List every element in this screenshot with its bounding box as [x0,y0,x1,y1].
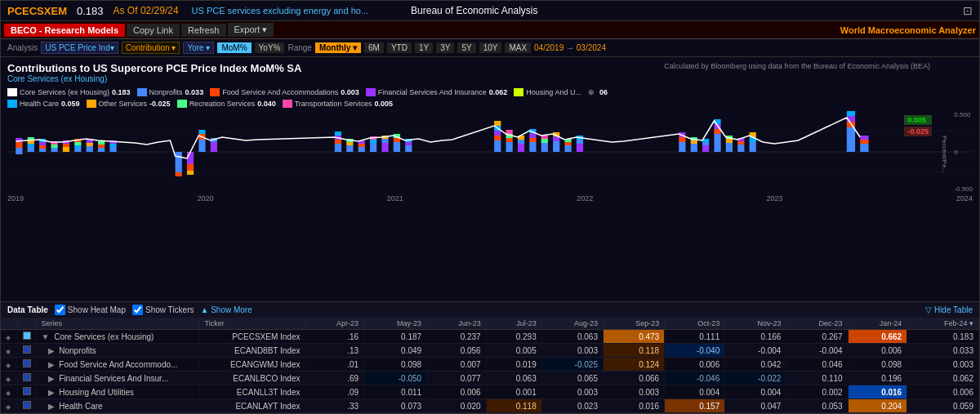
svg-rect-117 [847,127,855,152]
col-aug23: Aug-23 [541,318,603,330]
svg-rect-49 [346,145,353,152]
chart-attribution: Calculated by Bloomberg using data from … [664,62,930,70]
show-tickers-label[interactable]: Show Tickers [132,305,194,315]
show-heat-map-checkbox[interactable] [55,305,65,315]
main-container: PCECSXEM 0.183 As Of 02/29/24 US PCE ser… [0,0,980,414]
row-val-jan: 0.196 [848,372,907,385]
svg-rect-52 [359,147,365,152]
svg-rect-19 [63,147,69,152]
row-val-jan: 0.204 [848,399,907,413]
row-val-jul: 0.063 [486,372,541,385]
svg-rect-98 [691,144,697,152]
yore-dropdown[interactable]: Yore ▾ [183,42,214,54]
table-row: ◈ ▶ Housing And Utilities ECANLL3T Index… [1,385,979,399]
svg-rect-8 [28,147,34,152]
row-check[interactable] [17,330,36,344]
row-check[interactable] [17,344,36,358]
show-more-button[interactable]: ▲ Show More [200,305,252,314]
row-val-aug: 0.003 [541,385,603,399]
svg-rect-84 [541,139,548,143]
row-val-sep: 0.003 [603,385,664,399]
row-val-jan: 0.662 [848,330,907,344]
beco-button[interactable]: BECO - Research Models [4,24,125,37]
chart-svg [7,111,973,193]
row-val-jan: 0.016 [848,385,907,399]
svg-rect-59 [381,139,388,143]
col-ticker: Ticker [199,318,305,330]
hide-table-button[interactable]: ▽ Hide Table [925,305,973,314]
svg-rect-39 [187,171,194,175]
col-dec23: Dec-23 [786,318,848,330]
3y-button[interactable]: 3Y [436,42,454,53]
row-series-name: ▶ Food Service And Accommodo... [36,358,199,372]
legend-swatch-nonprofits [137,88,147,96]
ticker-value: 0.183 [77,5,104,17]
row-val-nov: 0.047 [725,399,786,413]
row-check[interactable] [17,399,36,413]
row-series-name: ▶ Housing And Utilities [36,385,199,399]
legend-swatch-food [210,88,220,96]
data-table: Series Ticker Apr-23 May-23 Jun-23 Jul-2… [1,318,979,413]
max-button[interactable]: MAX [505,42,531,53]
row-expand[interactable]: ◈ [1,372,17,385]
5y-button[interactable]: 5Y [457,42,475,53]
as-of-label: As Of 02/29/24 [114,5,179,16]
col-jan24: Jan-24 [848,318,907,330]
row-series-name: ▶ Financial Services And Insur... [36,372,199,385]
svg-rect-56 [370,140,376,144]
row-expand[interactable]: ◈ [1,330,17,344]
row-val-aug: 0.065 [541,372,603,385]
svg-rect-68 [494,136,501,140]
legend-zoom: ⊕ 06 [588,88,608,96]
svg-rect-99 [691,140,697,144]
contribution-dropdown[interactable]: Contribution ▾ [122,42,180,54]
6m-button[interactable]: 6M [364,42,384,53]
row-expand[interactable]: ◈ [1,358,17,372]
row-val-feb: 0.003 [907,358,979,372]
toolbar: BECO - Research Models Copy Link Refresh… [1,21,979,39]
row-val-dec: -0.004 [786,344,848,358]
svg-rect-111 [737,145,744,152]
row-val-feb: 0.062 [907,372,979,385]
svg-rect-55 [370,144,376,152]
1y-button[interactable]: 1Y [415,42,433,53]
row-ticker: ECANLAYT Index [199,399,305,413]
ytd-button[interactable]: YTD [387,42,412,53]
table-header-bar: Data Table Show Heat Map Show Tickers ▲ … [1,302,979,318]
svg-rect-6 [16,142,22,148]
row-check[interactable] [17,372,36,385]
price-index-dropdown[interactable]: US PCE Price Ind▾ [41,42,118,54]
row-val-may: 0.098 [364,358,427,372]
row-val-feb: 0.059 [907,399,979,413]
show-heat-map-label[interactable]: Show Heat Map [55,305,126,315]
row-val-jul: 0.118 [486,399,541,413]
10y-button[interactable]: 10Y [479,42,502,53]
row-ticker: ECANLL3T Index [199,385,305,399]
refresh-button[interactable]: Refresh [181,24,226,37]
svg-rect-64 [405,145,412,152]
row-expand[interactable]: ◈ [1,344,17,358]
svg-rect-38 [187,164,194,171]
svg-rect-24 [74,142,81,145]
row-expand[interactable]: ◈ [1,385,17,399]
col-may23: May-23 [364,318,427,330]
svg-rect-72 [506,142,513,152]
show-tickers-checkbox[interactable] [132,305,143,315]
monthly-dropdown[interactable]: Monthly ▾ [315,42,361,53]
yoy-button[interactable]: YoY% [255,42,285,53]
row-val-oct: 0.006 [665,358,725,372]
svg-rect-45 [335,144,341,152]
row-val-sep: 0.124 [603,358,664,372]
row-ticker: ECANGWMJ Index [199,358,305,372]
mom-button[interactable]: MoM% [217,42,251,53]
row-val-jun: 0.237 [427,330,487,344]
legend-financial: Financial Services And Insurance 0.062 [366,88,508,96]
copy-link-button[interactable]: Copy Link [127,24,180,37]
export-button[interactable]: Export ▾ [228,23,274,37]
row-val-aug: 0.063 [541,330,603,344]
row-expand[interactable]: ◈ [1,399,17,413]
svg-rect-90 [564,142,571,145]
export-icon[interactable]: ⊡ [963,4,973,17]
row-check[interactable] [17,358,36,372]
row-check[interactable] [17,385,36,399]
